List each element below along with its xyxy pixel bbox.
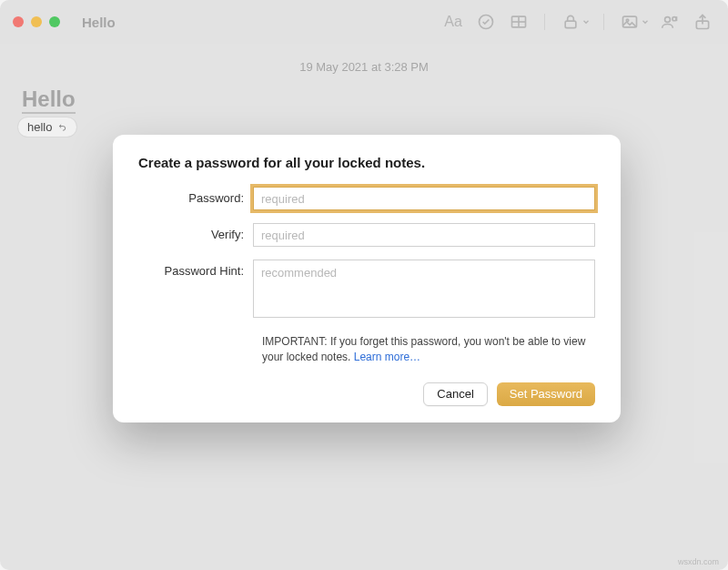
app-window: Hello Aa xyxy=(0,0,728,570)
password-dialog: Create a password for all your locked no… xyxy=(113,135,621,422)
password-label: Password: xyxy=(138,187,253,205)
hint-input[interactable] xyxy=(253,260,595,318)
verify-input[interactable] xyxy=(253,223,595,247)
dialog-title: Create a password for all your locked no… xyxy=(138,155,595,170)
cancel-button[interactable]: Cancel xyxy=(423,382,487,406)
watermark: wsxdn.com xyxy=(678,557,719,566)
set-password-button[interactable]: Set Password xyxy=(497,382,595,406)
password-input[interactable] xyxy=(253,187,595,210)
verify-label: Verify: xyxy=(138,223,253,241)
learn-more-link[interactable]: Learn more… xyxy=(354,351,420,363)
hint-label: Password Hint: xyxy=(138,260,253,278)
important-note: IMPORTANT: If you forget this password, … xyxy=(262,334,595,366)
